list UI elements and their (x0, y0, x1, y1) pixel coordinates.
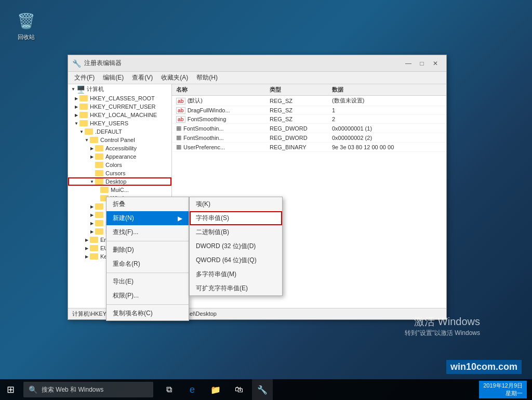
folder-icon-env (90, 237, 98, 243)
tree-appearance[interactable]: ▶ Appearance (68, 152, 171, 161)
edge-button[interactable]: e (182, 379, 203, 400)
activation-line2: 转到"设置"以激活 Windows (405, 329, 480, 338)
submenu-string-value[interactable]: 字符串值(S) (190, 211, 282, 225)
activation-text: 激活 Windows 转到"设置"以激活 Windows (405, 315, 480, 338)
row-type: REG_SZ (270, 107, 332, 113)
task-view-icon: ⧉ (166, 385, 172, 394)
minimize-button[interactable]: — (402, 58, 415, 69)
row-icon: ab (176, 116, 185, 122)
ctx-new[interactable]: 新建(N) ▶ (107, 211, 189, 225)
tree-default[interactable]: ▼ .DEFAULT (68, 127, 171, 136)
explorer-button[interactable]: 📁 (205, 379, 226, 400)
search-box[interactable]: 🔍 搜索 Web 和 Windows (23, 382, 153, 397)
ctx-find[interactable]: 查找(F)... (107, 225, 189, 239)
tree-hkcu[interactable]: ▶ HKEY_CURRENT_USER (68, 102, 171, 111)
search-text: 搜索 Web 和 Windows (42, 385, 103, 394)
submenu-qword[interactable]: QWORD (64 位)值(Q) (190, 253, 282, 267)
folder-icon-cp (90, 137, 98, 143)
expand-arrow-app: ▶ (89, 154, 95, 159)
tree-desktop[interactable]: ▼ Desktop (68, 177, 171, 186)
menu-help[interactable]: 帮助(H) (192, 72, 222, 83)
submenu-key[interactable]: 项(K) (190, 197, 282, 211)
table-row[interactable]: ▦FontSmoothin... REG_DWORD 0x00000001 (1… (172, 124, 446, 133)
task-view-button[interactable]: ⧉ (158, 379, 179, 400)
explorer-icon: 📁 (210, 385, 221, 395)
tree-colors[interactable]: Colors (68, 161, 171, 169)
row-data: 0x00000002 (2) (332, 135, 442, 141)
ctx-permissions[interactable]: 权限(P)... (107, 289, 189, 303)
menu-edit[interactable]: 编辑(E) (99, 72, 128, 83)
folder-icon-hklm (79, 112, 88, 118)
tree-cursors[interactable]: Cursors (68, 169, 171, 177)
tree-hklm[interactable]: ▶ HKEY_LOCAL_MACHINE (68, 111, 171, 119)
submenu-binary-value[interactable]: 二进制值(B) (190, 225, 282, 239)
row-data: 0x00000001 (1) (332, 125, 442, 132)
submenu-dword[interactable]: DWORD (32 位)值(D) (190, 239, 282, 253)
table-row[interactable]: abFontSmoothing REG_SZ 2 (172, 115, 446, 124)
expand-arrow: ▼ (70, 87, 76, 92)
row-name: UserPreferenc... (183, 144, 225, 150)
ctx-copy-name[interactable]: 复制项名称(C) (107, 306, 189, 320)
table-row[interactable]: abDragFullWindo... REG_SZ 1 (172, 106, 446, 115)
expand-arrow-acc: ▶ (89, 146, 95, 151)
expand-arrow-hku: ▼ (73, 121, 79, 126)
tree-item-acc-label: Accessibility (105, 145, 137, 151)
start-button[interactable]: ⊞ (0, 379, 21, 400)
table-row[interactable]: ▦FontSmoothin... REG_DWORD 0x00000002 (2… (172, 133, 446, 143)
row-data: 2 (332, 116, 442, 122)
folder-icon-default (85, 128, 93, 135)
tree-item-label: 计算机 (87, 85, 104, 93)
tree-muicache[interactable]: MuiC... (68, 186, 171, 194)
expand-arrow-desk: ▼ (89, 179, 95, 184)
folder-icon-mui (100, 187, 109, 193)
search-icon: 🔍 (29, 385, 37, 394)
clock[interactable]: 2019年12月9日 星期一 (479, 381, 527, 399)
folder-icon-mouse (95, 228, 103, 235)
expand-arrow-hkcr: ▶ (73, 96, 79, 101)
start-icon: ⊞ (7, 384, 15, 395)
expand-arrow-hkcu: ▶ (73, 105, 79, 109)
row-data: (数值未设置) (332, 97, 442, 105)
table-row[interactable]: ▦UserPreferenc... REG_BINARY 9e 3e 03 80… (172, 143, 446, 152)
recycle-bin-icon[interactable]: 🗑️ 回收站 (10, 10, 42, 41)
store-icon: 🛍 (235, 385, 243, 394)
store-button[interactable]: 🛍 (229, 379, 249, 400)
folder-icon-desk (95, 178, 103, 185)
folder-icon-eudc (90, 245, 98, 251)
expand-arrow-cp: ▼ (84, 138, 90, 143)
tree-hkcr[interactable]: ▶ HKEY_CLASSES_ROOT (68, 94, 171, 102)
folder-icon-acc (95, 145, 103, 151)
table-row[interactable]: ab(默认) REG_SZ (数值未设置) (172, 96, 446, 106)
row-type: REG_SZ (270, 98, 332, 104)
ctx-delete[interactable]: 删除(D) (107, 243, 189, 257)
maximize-button[interactable]: □ (415, 58, 429, 69)
ctx-rename[interactable]: 重命名(R) (107, 257, 189, 271)
submenu-multi-string[interactable]: 多字符串值(M) (190, 267, 282, 281)
tree-item-app-label: Appearance (105, 153, 136, 160)
row-name: DragFullWindo... (188, 107, 230, 113)
expand-arrow-im: ▶ (89, 204, 95, 209)
tree-item-hkcr-label: HKEY_CLASSES_ROOT (90, 95, 155, 101)
menu-favorites[interactable]: 收藏夹(A) (157, 72, 192, 83)
regedit-taskbar-button[interactable]: 🔧 (252, 379, 273, 400)
row-icon: ▦ (176, 134, 181, 141)
folder-icon-kb (95, 220, 103, 226)
tree-hku[interactable]: ▼ HKEY_USERS (68, 119, 171, 127)
expand-arrow-default: ▼ (78, 130, 85, 134)
ctx-collapse[interactable]: 折叠 (107, 197, 189, 211)
close-button[interactable]: ✕ (429, 58, 442, 69)
row-type: REG_DWORD (270, 125, 332, 132)
ctx-export[interactable]: 导出(E) (107, 275, 189, 289)
tree-computer[interactable]: ▼ 🖥️ 计算机 (68, 84, 171, 94)
tree-accessibility[interactable]: ▶ Accessibility (68, 144, 171, 152)
row-data: 1 (332, 107, 442, 113)
submenu-expand-string[interactable]: 可扩充字符串值(E) (190, 281, 282, 295)
app-icon: 🔧 (72, 59, 81, 68)
row-data: 9e 3e 03 80 12 00 00 00 (332, 144, 442, 150)
folder-icon-app (95, 153, 103, 160)
tree-control-panel[interactable]: ▼ Control Panel (68, 136, 171, 144)
menu-file[interactable]: 文件(F) (70, 72, 99, 83)
menu-view[interactable]: 查看(V) (128, 72, 157, 83)
row-name: (默认) (188, 97, 203, 105)
titlebar: 🔧 注册表编辑器 — □ ✕ (68, 55, 446, 72)
